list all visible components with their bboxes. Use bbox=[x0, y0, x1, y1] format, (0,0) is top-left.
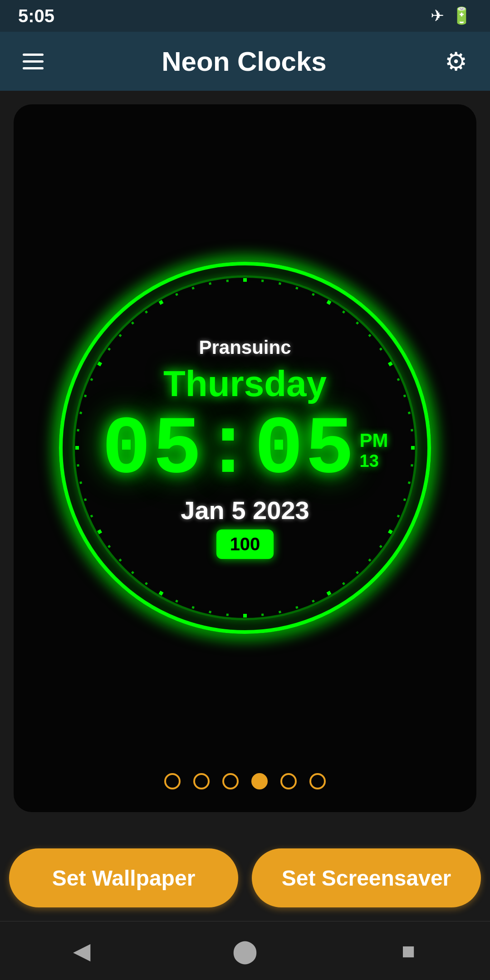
set-wallpaper-button[interactable]: Set Wallpaper bbox=[9, 848, 238, 907]
action-buttons: Set Wallpaper Set Screensaver bbox=[9, 848, 481, 907]
svg-rect-36 bbox=[145, 582, 148, 585]
svg-rect-35 bbox=[159, 591, 164, 596]
clock-time-row: 05:05 PM 13 bbox=[102, 409, 388, 491]
clock-content: Pransuinc Thursday 05:05 PM 13 Jan 5 202… bbox=[86, 337, 404, 559]
svg-rect-4 bbox=[312, 293, 315, 296]
clock-battery: 100 bbox=[216, 529, 274, 559]
clock-date: Jan 5 2023 bbox=[181, 495, 309, 525]
pagination[interactable] bbox=[164, 773, 326, 789]
svg-rect-24 bbox=[342, 582, 345, 585]
battery-icon: 🔋 bbox=[451, 6, 472, 25]
clock-time: 05:05 bbox=[102, 409, 356, 491]
svg-rect-47 bbox=[79, 412, 82, 414]
status-time: 5:05 bbox=[18, 6, 54, 26]
main-content: // We'll draw these manually via JS afte… bbox=[0, 91, 490, 921]
svg-rect-15 bbox=[411, 446, 415, 450]
svg-rect-33 bbox=[192, 606, 195, 609]
svg-rect-43 bbox=[79, 481, 82, 484]
status-bar: 5:05 ✈ 🔋 bbox=[0, 0, 490, 32]
pagination-dot-3[interactable] bbox=[251, 773, 268, 789]
svg-rect-56 bbox=[175, 293, 178, 296]
airplane-icon: ✈ bbox=[431, 6, 444, 25]
svg-rect-27 bbox=[295, 606, 298, 609]
clock-ampm-sec: PM 13 bbox=[360, 430, 388, 471]
clock-brand: Pransuinc bbox=[199, 337, 291, 358]
svg-rect-7 bbox=[356, 322, 359, 325]
home-button[interactable]: ⬤ bbox=[227, 933, 263, 969]
pagination-dot-1[interactable] bbox=[193, 773, 210, 789]
clock-seconds: 13 bbox=[360, 451, 379, 471]
set-screensaver-button[interactable]: Set Screensaver bbox=[252, 848, 481, 907]
svg-rect-31 bbox=[226, 613, 229, 616]
pagination-dot-4[interactable] bbox=[280, 773, 297, 789]
svg-rect-54 bbox=[145, 310, 148, 314]
svg-rect-17 bbox=[408, 481, 411, 484]
status-icons: ✈ 🔋 bbox=[431, 6, 472, 25]
clock-card: // We'll draw these manually via JS afte… bbox=[14, 104, 476, 812]
svg-rect-32 bbox=[209, 611, 211, 613]
svg-rect-0 bbox=[243, 278, 247, 282]
clock-face: // We'll draw these manually via JS afte… bbox=[59, 262, 431, 634]
recent-button[interactable]: ■ bbox=[390, 933, 426, 969]
app-bar: Neon Clocks ⚙ bbox=[0, 32, 490, 91]
svg-rect-25 bbox=[327, 591, 332, 596]
menu-button[interactable] bbox=[23, 54, 44, 69]
clock-ampm: PM bbox=[360, 430, 388, 451]
settings-icon[interactable]: ⚙ bbox=[445, 47, 467, 76]
svg-rect-30 bbox=[243, 614, 247, 617]
svg-rect-2 bbox=[279, 282, 281, 285]
svg-rect-13 bbox=[408, 412, 411, 414]
svg-rect-44 bbox=[77, 464, 79, 466]
svg-rect-29 bbox=[261, 613, 264, 616]
svg-rect-55 bbox=[159, 300, 164, 305]
svg-rect-26 bbox=[312, 600, 315, 603]
svg-rect-59 bbox=[226, 279, 229, 282]
pagination-dot-5[interactable] bbox=[309, 773, 326, 789]
svg-rect-45 bbox=[75, 446, 79, 450]
svg-rect-28 bbox=[279, 611, 281, 613]
pagination-dot-2[interactable] bbox=[222, 773, 239, 789]
svg-rect-16 bbox=[411, 464, 413, 466]
svg-rect-5 bbox=[327, 300, 332, 305]
svg-rect-46 bbox=[77, 429, 79, 431]
svg-rect-58 bbox=[209, 282, 211, 285]
app-title: Neon Clocks bbox=[162, 46, 326, 77]
svg-rect-37 bbox=[131, 571, 134, 574]
svg-rect-34 bbox=[175, 600, 178, 603]
svg-rect-14 bbox=[411, 429, 413, 431]
svg-rect-38 bbox=[119, 559, 122, 562]
svg-rect-57 bbox=[192, 287, 195, 289]
clock-day: Thursday bbox=[163, 363, 327, 405]
pagination-dot-0[interactable] bbox=[164, 773, 181, 789]
svg-rect-6 bbox=[342, 310, 345, 314]
svg-rect-23 bbox=[356, 571, 359, 574]
bottom-nav: ◀ ⬤ ■ bbox=[0, 921, 490, 980]
svg-rect-53 bbox=[131, 322, 134, 325]
clock-face-container: // We'll draw these manually via JS afte… bbox=[32, 132, 458, 764]
svg-rect-1 bbox=[261, 279, 264, 282]
svg-rect-3 bbox=[295, 287, 298, 289]
back-button[interactable]: ◀ bbox=[64, 933, 100, 969]
svg-rect-22 bbox=[368, 559, 371, 562]
